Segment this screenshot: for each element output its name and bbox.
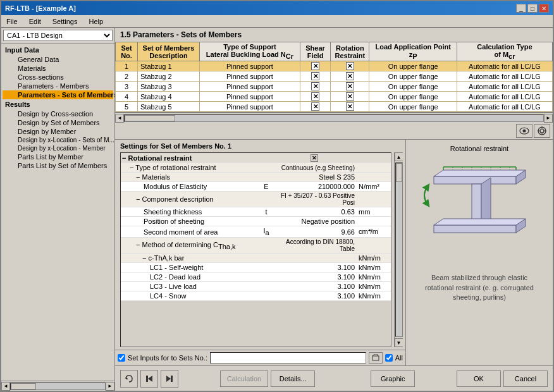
settings-row[interactable]: − Component description FI + 35/207 - 0.…	[121, 192, 391, 207]
scroll-thumb[interactable]	[11, 383, 36, 389]
settings-row[interactable]: LC4 - Snow 3.100 kNm/m	[121, 291, 391, 301]
table-row[interactable]: 1 Stabzug 1 Pinned support ✕ ✕ On upper …	[116, 61, 553, 71]
hscroll-track[interactable]	[124, 114, 544, 122]
expand-icon[interactable]: −	[122, 154, 126, 162]
table-hscrollbar[interactable]: ◄ ►	[115, 113, 553, 123]
tree-item-params-members[interactable]: Parameters - Members	[3, 82, 113, 90]
target-button[interactable]	[534, 124, 550, 138]
cell-shear: ✕	[300, 102, 331, 112]
settings-row[interactable]: − Method of determining CTha,k According…	[121, 238, 391, 254]
col-header-calc-type: Calculation Typeof Mcr	[457, 42, 552, 61]
check-rotation: ✕	[346, 92, 354, 101]
settings-row[interactable]: − Type of rotational restraint Continuou…	[121, 163, 391, 173]
tree-item-params-sets[interactable]: Parameters - Sets of Members	[3, 90, 113, 99]
prop-label: Type of rotational restraint	[135, 164, 216, 171]
menu-edit[interactable]: Edit	[27, 17, 44, 26]
col-header-rotation: RotationRestraint	[331, 42, 369, 61]
all-checkbox[interactable]	[385, 354, 393, 362]
reset-icon	[124, 374, 134, 384]
settings-row[interactable]: − c-ThA,k bar kNm/m	[121, 254, 391, 263]
tree-item-cross-sections[interactable]: Cross-sections	[3, 73, 113, 82]
minimize-button[interactable]: _	[516, 4, 526, 13]
tree-item-general[interactable]: General Data	[3, 55, 113, 64]
prop-val: Continuous (e.g Sheeting)	[273, 163, 356, 173]
settings-row[interactable]: LC2 - Dead load 3.100 kNm/m	[121, 273, 391, 282]
set-inputs-browse-button[interactable]	[369, 352, 383, 364]
beam-illustration	[418, 164, 541, 262]
vscroll-up-arrow[interactable]: ▲	[395, 152, 403, 161]
expand-icon[interactable]: −	[136, 241, 140, 248]
settings-row[interactable]: Sheeting thickness t 0.63 mm	[121, 207, 391, 217]
hscroll-left-arrow[interactable]: ◄	[115, 114, 124, 123]
set-inputs-label: Set Inputs for to Sets No.:	[128, 354, 207, 362]
table-row[interactable]: 3 Stabzug 3 Pinned support ✕ ✕ On upper …	[116, 82, 553, 92]
vscroll-track[interactable]	[395, 162, 403, 337]
settings-row[interactable]: Modulus of Elasticity E 210000.000 N/mm²	[121, 182, 391, 192]
prop-unit: kNm/m	[356, 273, 391, 282]
prop-sym	[260, 173, 273, 182]
set-inputs-field[interactable]	[210, 352, 366, 364]
settings-row[interactable]: LC3 - Live load 3.100 kNm/m	[121, 282, 391, 291]
expand-icon[interactable]: −	[130, 164, 133, 171]
left-panel-scrollbar[interactable]: ◄ ►	[1, 381, 114, 391]
tree-item-design-set[interactable]: Design by Set of Members	[3, 118, 113, 127]
table-row[interactable]: 2 Stabzug 2 Pinned support ✕ ✕ On upper …	[116, 71, 553, 82]
tree-item-parts-member[interactable]: Parts List by Member	[3, 152, 113, 161]
settings-row[interactable]: Position of sheeting Negative position	[121, 217, 391, 226]
tree-item-design-member[interactable]: Design by Member	[3, 127, 113, 136]
right-panel: 1.5 Parameters - Sets of Members SetNo. …	[115, 28, 553, 391]
vscroll-down-arrow[interactable]: ▼	[395, 338, 403, 347]
maximize-button[interactable]: □	[527, 4, 538, 13]
hscroll-thumb[interactable]	[125, 115, 175, 121]
top-section: 1.5 Parameters - Sets of Members SetNo. …	[115, 28, 553, 140]
image-title: Rotational restraint	[450, 145, 508, 152]
graphic-button[interactable]: Graphic	[371, 371, 415, 387]
set-inputs-checkbox[interactable]	[118, 354, 125, 362]
table-row[interactable]: 5 Stabzug 5 Pinned support ✕ ✕ On upper …	[116, 102, 553, 112]
details-button[interactable]: Details...	[271, 371, 315, 387]
tree-item-design-x-member[interactable]: Design by x-Location - Member	[3, 144, 113, 152]
reset-button[interactable]	[120, 370, 138, 388]
menu-file[interactable]: File	[4, 17, 20, 26]
tree-item-parts-sets[interactable]: Parts List by Set of Members	[3, 161, 113, 170]
settings-row[interactable]: − Rotational restraint ✕	[121, 153, 391, 163]
prop-unit: mm	[356, 207, 391, 217]
next-button[interactable]	[161, 370, 178, 388]
scroll-track[interactable]	[10, 383, 106, 390]
svg-point-1	[523, 130, 526, 133]
tree-item-design-cross[interactable]: Design by Cross-section	[3, 109, 113, 118]
settings-row[interactable]: LC1 - Self-weight 3.100 kNm/m	[121, 263, 391, 273]
table-row[interactable]: 4 Stabzug 4 Pinned support ✕ ✕ On upper …	[116, 92, 553, 102]
close-x-icon[interactable]: ✕	[311, 154, 318, 162]
prop-unit: cm⁴/m	[356, 226, 391, 238]
action-buttons: Calculation Details... Graphic	[220, 371, 415, 387]
tree-item-materials[interactable]: Materials	[3, 64, 113, 73]
cancel-button[interactable]: Cancel	[503, 371, 548, 387]
ok-button[interactable]: OK	[457, 371, 501, 387]
left-panel-header: CA1 - LTB Design	[1, 28, 114, 44]
prop-unit: kNm/m	[356, 291, 391, 301]
image-caption: Beam stabilized through elasticrotationa…	[425, 273, 534, 302]
hscroll-right-arrow[interactable]: ►	[544, 114, 553, 123]
prop-name: − Type of rotational restraint	[121, 163, 260, 173]
vscroll-thumb[interactable]	[396, 163, 402, 182]
expand-icon[interactable]: −	[136, 173, 140, 181]
prop-label: Rotational restraint	[128, 154, 192, 162]
scroll-left-arrow[interactable]: ◄	[1, 382, 10, 391]
eye-button[interactable]	[516, 124, 532, 138]
settings-row[interactable]: Second moment of area Ia 9.66 cm⁴/m	[121, 226, 391, 238]
expand-icon[interactable]: −	[142, 254, 146, 262]
scroll-right-arrow[interactable]: ►	[106, 382, 114, 391]
design-case-select[interactable]: CA1 - LTB Design	[3, 30, 113, 41]
settings-row[interactable]: − Materials Steel S 235	[121, 173, 391, 182]
prop-sym	[260, 291, 273, 301]
calculation-button[interactable]: Calculation	[220, 371, 268, 387]
menu-help[interactable]: Help	[86, 17, 106, 26]
tree-item-design-x-sets[interactable]: Design by x-Location - Sets of M...	[3, 136, 113, 144]
menu-settings[interactable]: Settings	[50, 17, 80, 26]
close-button[interactable]: ✕	[539, 4, 549, 13]
settings-vscrollbar[interactable]: ▲ ▼	[394, 152, 403, 347]
expand-icon[interactable]: −	[136, 195, 140, 203]
check-rotation: ✕	[346, 102, 354, 111]
prev-button[interactable]	[140, 370, 158, 388]
